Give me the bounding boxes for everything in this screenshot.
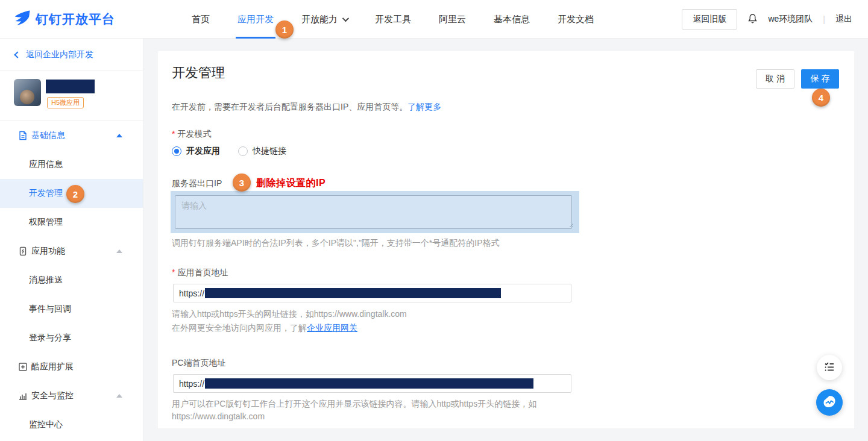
document-icon bbox=[18, 131, 28, 140]
caret-up-icon bbox=[116, 134, 122, 137]
chevron-down-icon bbox=[342, 15, 349, 22]
app-home-url-redacted bbox=[205, 288, 501, 298]
sidebar-item-cool-app-extension[interactable]: 酷应用扩展 bbox=[0, 352, 143, 381]
nav-home[interactable]: 首页 bbox=[192, 0, 210, 39]
cancel-button[interactable]: 取 消 bbox=[756, 69, 794, 89]
nav-dev-tools[interactable]: 开发工具 bbox=[375, 0, 411, 39]
divider: | bbox=[823, 14, 825, 24]
dingtalk-icon bbox=[821, 393, 838, 412]
sidebar-item-monitoring-center[interactable]: 监控中心 bbox=[0, 410, 143, 439]
nav-basic-info[interactable]: 基本信息 bbox=[494, 0, 530, 39]
app-home-help1: 请输入http或https开头的网址链接，如https://www.dingta… bbox=[172, 309, 407, 320]
server-ip-textarea[interactable] bbox=[175, 195, 572, 229]
sidebar-item-app-info[interactable]: 应用信息 bbox=[0, 150, 143, 179]
app-info-block: H5微应用 bbox=[0, 71, 143, 121]
dingtalk-assistant-float-button[interactable] bbox=[816, 389, 843, 416]
sidebar-item-message-push[interactable]: 消息推送 bbox=[0, 266, 143, 295]
step-badge-2: 2 bbox=[66, 185, 84, 203]
radio-quick-link[interactable]: 快捷链接 bbox=[238, 146, 286, 157]
sidebar-item-events-callbacks[interactable]: 事件与回调 bbox=[0, 295, 143, 324]
server-ip-help: 调用钉钉服务端API时的合法IP列表，多个IP请以","隔开，支持带一个*号通配… bbox=[172, 238, 594, 249]
radio-unselected-icon bbox=[238, 146, 248, 156]
bar-chart-icon bbox=[18, 391, 28, 401]
checklist-icon bbox=[823, 361, 835, 375]
radio-selected-icon bbox=[172, 146, 181, 156]
dev-mode-radio-group: 开发应用 快捷链接 bbox=[172, 146, 286, 157]
pc-home-label: PC端首页地址 bbox=[172, 358, 225, 369]
nav-app-dev[interactable]: 应用开发 bbox=[237, 0, 274, 39]
back-to-old-version-button[interactable]: 返回旧版 bbox=[682, 9, 737, 30]
dev-mode-label: *开发模式 bbox=[172, 129, 211, 140]
chevron-left-icon bbox=[14, 51, 20, 58]
caret-up-icon bbox=[116, 394, 122, 398]
brand-logo[interactable]: 钉钉开放平台 bbox=[13, 9, 115, 29]
dev-management-panel: 开发管理 在开发前，需要在开发者后台配置服务器出口IP、应用首页等。了解更多 取… bbox=[158, 51, 854, 428]
top-bar: 钉钉开放平台 首页 应用开发 开放能力 开发工具 阿里云 基本信息 开发文档 返… bbox=[0, 0, 868, 39]
logout-link[interactable]: 退出 bbox=[835, 14, 852, 25]
step-badge-3: 3 bbox=[233, 174, 251, 192]
app-name-redacted bbox=[46, 80, 95, 93]
back-to-internal-dev-link[interactable]: 返回企业内部开发 bbox=[0, 39, 143, 71]
app-type-badge: H5微应用 bbox=[47, 97, 84, 108]
caret-up-icon bbox=[116, 249, 122, 253]
team-name[interactable]: we环境团队 bbox=[768, 14, 813, 25]
dingtalk-wing-icon bbox=[13, 9, 31, 29]
step-badge-4: 4 bbox=[812, 89, 830, 107]
sidebar-item-security-monitoring[interactable]: 安全与监控 bbox=[0, 381, 143, 410]
nav-dev-docs[interactable]: 开发文档 bbox=[558, 0, 594, 39]
top-right-area: 返回旧版 we环境团队 | 退出 bbox=[682, 0, 852, 39]
pc-home-help1: 用户可以在PC版钉钉工作台上打开这个应用并显示该链接内容。请输入http或htt… bbox=[172, 399, 630, 410]
plus-square-icon bbox=[18, 362, 28, 372]
app-avatar bbox=[14, 79, 41, 106]
step-badge-1: 1 bbox=[275, 20, 294, 39]
sidebar-item-login-share[interactable]: 登录与分享 bbox=[0, 324, 143, 352]
bell-icon[interactable] bbox=[747, 13, 758, 26]
server-ip-highlight bbox=[171, 191, 579, 233]
server-ip-label: 服务器出口IP bbox=[172, 178, 222, 189]
app-home-input[interactable]: https:// bbox=[173, 284, 571, 302]
mobile-bolt-icon bbox=[18, 246, 28, 256]
pc-home-url-redacted bbox=[205, 378, 533, 389]
todo-list-float-button[interactable] bbox=[817, 355, 842, 380]
top-nav: 首页 应用开发 开放能力 开发工具 阿里云 基本信息 开发文档 bbox=[192, 0, 594, 39]
page-title: 开发管理 bbox=[172, 64, 225, 82]
nav-open-capability[interactable]: 开放能力 bbox=[301, 0, 347, 39]
learn-more-link[interactable]: 了解更多 bbox=[407, 102, 441, 111]
sidebar-item-permission-management[interactable]: 权限管理 bbox=[0, 208, 143, 237]
sidebar-item-app-features[interactable]: 应用功能 bbox=[0, 237, 143, 266]
pc-home-help2: https://www.dingtalk.com bbox=[172, 411, 265, 421]
nav-aliyun[interactable]: 阿里云 bbox=[439, 0, 466, 39]
sidebar-item-basic-info[interactable]: 基础信息 bbox=[0, 121, 143, 150]
brand-name: 钉钉开放平台 bbox=[36, 11, 115, 28]
save-button[interactable]: 保 存 bbox=[801, 69, 839, 89]
app-home-help2: 在外网更安全地访问内网应用，了解企业应用网关 bbox=[172, 323, 357, 334]
enterprise-gateway-link[interactable]: 企业应用网关 bbox=[307, 323, 357, 333]
pc-home-input[interactable]: https:// bbox=[173, 374, 571, 393]
delete-ip-annotation: 删除掉设置的IP bbox=[256, 177, 326, 190]
app-home-label: *应用首页地址 bbox=[172, 267, 228, 278]
sidebar: 返回企业内部开发 H5微应用 基础信息 应用信息 开发管理 权限管理 应用功能 … bbox=[0, 39, 143, 441]
page-subtitle: 在开发前，需要在开发者后台配置服务器出口IP、应用首页等。了解更多 bbox=[172, 102, 441, 113]
radio-dev-app[interactable]: 开发应用 bbox=[172, 146, 220, 157]
